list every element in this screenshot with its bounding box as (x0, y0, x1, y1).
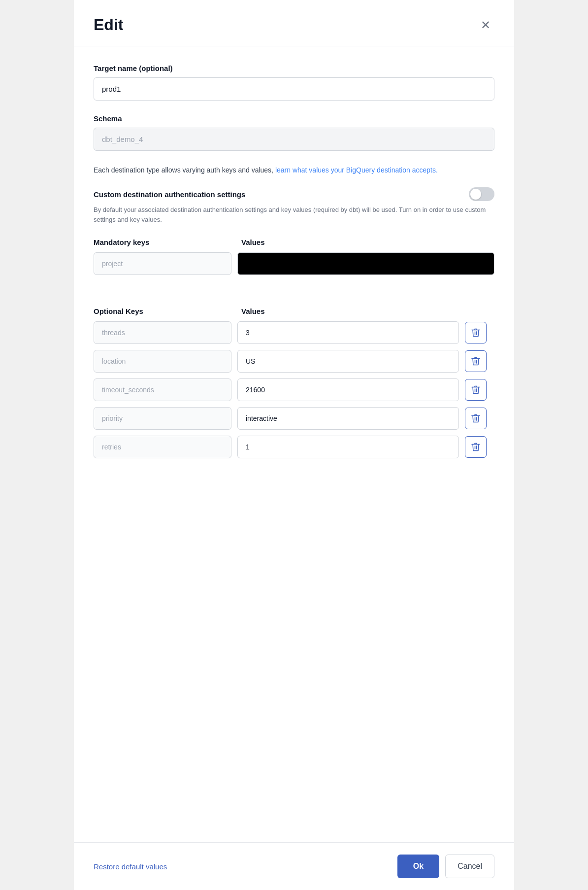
footer-actions: Ok Cancel (397, 855, 494, 878)
mandatory-keys-header: Mandatory keys Values (94, 238, 494, 246)
optional-values-label: Values (241, 307, 494, 315)
close-button[interactable]: ✕ (477, 16, 494, 34)
target-name-section: Target name (optional) (94, 64, 494, 101)
optional-row-priority (94, 407, 494, 430)
section-divider (94, 291, 494, 291)
modal-header: Edit ✕ (74, 0, 514, 46)
custom-auth-toggle[interactable] (469, 187, 494, 201)
cancel-button[interactable]: Cancel (445, 855, 494, 878)
target-name-input[interactable] (94, 77, 494, 101)
mandatory-keys-label: Mandatory keys (94, 238, 231, 246)
edit-modal: Edit ✕ Target name (optional) Schema Eac… (74, 0, 514, 890)
mandatory-key-project (94, 252, 231, 275)
mandatory-key-row (94, 252, 494, 275)
schema-label: Schema (94, 114, 494, 123)
delete-retries-button[interactable] (465, 436, 487, 458)
optional-value-priority[interactable] (237, 407, 459, 430)
optional-value-threads[interactable] (237, 321, 459, 344)
trash-icon (471, 413, 480, 423)
schema-input (94, 128, 494, 151)
info-link[interactable]: learn what values your BigQuery destinat… (275, 166, 438, 174)
ok-button[interactable]: Ok (397, 855, 439, 878)
trash-icon (471, 328, 480, 338)
optional-keys-label: Optional Keys (94, 307, 231, 315)
delete-priority-button[interactable] (465, 408, 487, 429)
restore-default-link[interactable]: Restore default values (94, 862, 167, 871)
info-text-before-link: Each destination type allows varying aut… (94, 166, 275, 174)
optional-row-location (94, 350, 494, 373)
close-icon: ✕ (481, 18, 490, 32)
optional-value-timeout[interactable] (237, 378, 459, 401)
trash-icon (471, 385, 480, 395)
modal-body: Target name (optional) Schema Each desti… (74, 46, 514, 842)
optional-row-timeout (94, 378, 494, 401)
optional-value-retries[interactable] (237, 436, 459, 458)
optional-keys-header: Optional Keys Values (94, 307, 494, 315)
trash-icon (471, 356, 480, 366)
optional-keys-section: Optional Keys Values (94, 307, 494, 458)
optional-value-location[interactable] (237, 350, 459, 373)
custom-auth-header: Custom destination authentication settin… (94, 187, 494, 201)
delete-timeout-button[interactable] (465, 379, 487, 401)
trash-icon (471, 442, 480, 452)
custom-auth-desc: By default your associated destination a… (94, 205, 494, 224)
optional-key-timeout (94, 378, 231, 401)
delete-threads-button[interactable] (465, 322, 487, 343)
optional-row-threads (94, 321, 494, 344)
delete-location-button[interactable] (465, 350, 487, 372)
optional-key-location (94, 350, 231, 373)
optional-key-threads (94, 321, 231, 344)
schema-section: Schema (94, 114, 494, 151)
mandatory-values-label: Values (241, 238, 494, 246)
mandatory-value-project[interactable] (237, 252, 494, 275)
optional-row-retries (94, 436, 494, 458)
optional-key-priority (94, 407, 231, 430)
optional-key-retries (94, 436, 231, 458)
target-name-label: Target name (optional) (94, 64, 494, 72)
modal-title: Edit (94, 16, 123, 34)
mandatory-keys-section: Mandatory keys Values (94, 238, 494, 275)
info-text: Each destination type allows varying aut… (94, 165, 494, 175)
custom-auth-section: Custom destination authentication settin… (94, 187, 494, 224)
modal-footer: Restore default values Ok Cancel (74, 842, 514, 890)
custom-auth-label: Custom destination authentication settin… (94, 190, 245, 199)
